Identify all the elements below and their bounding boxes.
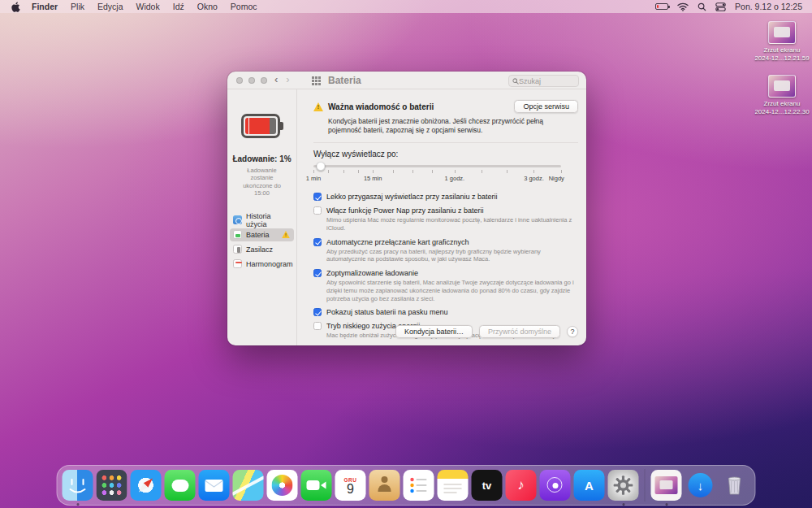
checkbox-subtext: Aby przedłużyć czas pracy na baterii, na… (326, 248, 578, 264)
sidebar-item-usage-history[interactable]: Historia użycia (230, 214, 294, 227)
footer: Kondycja baterii… Przywróć domyślne ? (395, 325, 578, 338)
back-icon[interactable]: ‹ (274, 73, 278, 85)
dock-tv-icon[interactable]: tv (472, 470, 503, 501)
battery-health-button[interactable]: Kondycja baterii… (395, 325, 473, 338)
wifi-icon[interactable] (677, 2, 689, 11)
checkbox-label: Włącz funkcję Power Nap przy zasilaniu z… (326, 206, 484, 215)
display-sleep-label: Wyłącz wyświetlacz po: (313, 150, 578, 158)
menu-item-idz[interactable]: Idź (166, 0, 191, 13)
checkbox-label: Automatyczne przełączanie kart graficzny… (326, 238, 469, 246)
desktop-file-screenshot-2[interactable]: Zrzut ekranu 2024-12...12.22.30 (752, 75, 812, 115)
checkbox-label: Lekko przygaszaj wyświetlacz przy zasila… (326, 193, 498, 201)
dock-finder-icon[interactable] (63, 470, 93, 501)
desktop-file-screenshot-1[interactable]: Zrzut ekranu 2024-12...12.21.59 (752, 21, 812, 62)
dock: GRU 9 tv ♪ A (57, 465, 756, 506)
dock-launchpad-icon[interactable] (97, 470, 127, 501)
menu-item-widok[interactable]: Widok (130, 0, 166, 13)
battery-status-icon[interactable] (655, 3, 668, 10)
schedule-icon (233, 259, 242, 268)
sidebar-item-power-adapter[interactable]: Zasilacz (230, 243, 294, 256)
menu-clock[interactable]: Pon. 9.12 o 12:25 (735, 2, 802, 11)
checkbox-dim-display[interactable] (313, 193, 322, 201)
menu-bar: Finder Plik Edycja Widok Idź Okno Pomoc … (0, 0, 812, 13)
menu-item-okno[interactable]: Okno (191, 0, 224, 13)
checkbox-label: Zoptymalizowane ładowanie (326, 269, 418, 277)
battery-graphic (241, 114, 283, 138)
checkbox-optimized-charging[interactable] (313, 269, 322, 277)
dock-notes-icon[interactable] (438, 470, 469, 501)
tv-label: tv (482, 480, 492, 492)
dock-trash-icon[interactable] (719, 470, 750, 501)
help-button[interactable]: ? (567, 326, 578, 337)
dock-screenshot-file-icon[interactable] (651, 470, 682, 501)
checkbox-subtext: Mimo uśpienia Mac może regularnie monito… (326, 216, 578, 232)
music-note-icon: ♪ (517, 477, 525, 493)
menu-bar-status: Pon. 9.12 o 12:25 (646, 2, 802, 11)
checkbox-power-nap[interactable] (313, 206, 322, 215)
checkbox-graphics-switching[interactable] (313, 238, 322, 246)
screenshot-thumbnail[interactable] (768, 21, 796, 44)
display-sleep-slider[interactable]: 1 min 15 min 1 godz. 3 godz. Nigdy (313, 162, 561, 186)
slider-tick-label: 1 godz. (445, 175, 465, 182)
window-title: Bateria (328, 75, 361, 86)
menu-bar-left: Finder Plik Edycja Widok Idź Okno Pomoc (10, 0, 264, 13)
show-all-grid-icon[interactable] (312, 76, 321, 85)
sidebar-item-battery[interactable]: Bateria (230, 228, 294, 241)
sidebar-item-schedule[interactable]: Harmonogram (230, 258, 294, 271)
dock-facetime-icon[interactable] (301, 470, 332, 501)
usage-history-icon (233, 215, 242, 224)
charging-label: Ładowanie: 1% (227, 154, 296, 163)
menu-item-plik[interactable]: Plik (64, 0, 91, 13)
power-adapter-icon (233, 245, 242, 254)
charging-sublabel: Ładowanie zostanie ukończone do 15:00 (235, 167, 289, 198)
restore-defaults-button[interactable]: Przywróć domyślne (479, 325, 560, 338)
zoom-button[interactable] (261, 77, 267, 84)
checkbox-label: Pokazuj status baterii na pasku menu (326, 308, 448, 316)
apple-menu-icon[interactable] (10, 2, 25, 12)
close-button[interactable] (236, 77, 243, 84)
dock-music-icon[interactable]: ♪ (506, 470, 537, 501)
menu-item-finder[interactable]: Finder (25, 0, 64, 13)
slider-tick-label: 1 min (306, 175, 321, 182)
slider-track[interactable] (313, 165, 561, 167)
checkbox-low-power-mode[interactable] (313, 322, 322, 330)
slider-thumb[interactable] (317, 162, 326, 171)
service-options-button[interactable]: Opcje serwisu (514, 100, 578, 113)
dock-separator (645, 469, 646, 501)
menu-item-pomoc[interactable]: Pomoc (224, 0, 264, 13)
screenshot-thumbnail[interactable] (768, 75, 796, 98)
dock-calendar-icon[interactable]: GRU 9 (335, 470, 366, 501)
dock-photos-icon[interactable] (267, 470, 298, 501)
dock-safari-icon[interactable] (131, 470, 162, 501)
dock-maps-icon[interactable] (233, 470, 264, 501)
sidebar: Ładowanie: 1% Ładowanie zostanie ukończo… (227, 89, 297, 345)
menu-item-edycja[interactable]: Edycja (91, 0, 130, 13)
download-arrow-icon: ↓ (698, 479, 704, 493)
control-center-icon[interactable] (715, 2, 726, 11)
dock-system-preferences-icon[interactable] (608, 470, 639, 501)
battery-pane-content: Ważna wiadomość o baterii Opcje serwisu … (298, 89, 586, 345)
minimize-button[interactable] (248, 77, 255, 84)
sidebar-item-label: Historia użycia (246, 212, 291, 228)
dock-podcasts-icon[interactable] (540, 470, 571, 501)
search-input[interactable] (519, 77, 568, 85)
app-store-label: A (585, 479, 594, 493)
sidebar-item-label: Harmonogram (246, 260, 293, 268)
forward-icon[interactable]: › (286, 73, 289, 85)
warning-icon (282, 231, 290, 238)
dock-app-store-icon[interactable]: A (574, 470, 605, 501)
checkbox-battery-status-menu[interactable] (313, 308, 322, 316)
dock-downloads-icon[interactable]: ↓ (685, 470, 716, 501)
battery-options: Lekko przygaszaj wyświetlacz przy zasila… (313, 193, 578, 340)
slider-tick-label: 15 min (364, 175, 382, 182)
dock-reminders-icon[interactable] (404, 470, 434, 501)
search-field[interactable] (508, 75, 579, 87)
dock-mail-icon[interactable] (199, 470, 230, 501)
sidebar-item-label: Bateria (246, 231, 270, 239)
running-indicator (622, 503, 624, 506)
dock-messages-icon[interactable] (165, 470, 196, 501)
warning-title: Ważna wiadomość o baterii (328, 102, 434, 111)
spotlight-icon[interactable] (698, 2, 706, 11)
title-bar[interactable]: ‹ › Bateria (227, 72, 586, 89)
dock-contacts-icon[interactable] (369, 470, 400, 501)
